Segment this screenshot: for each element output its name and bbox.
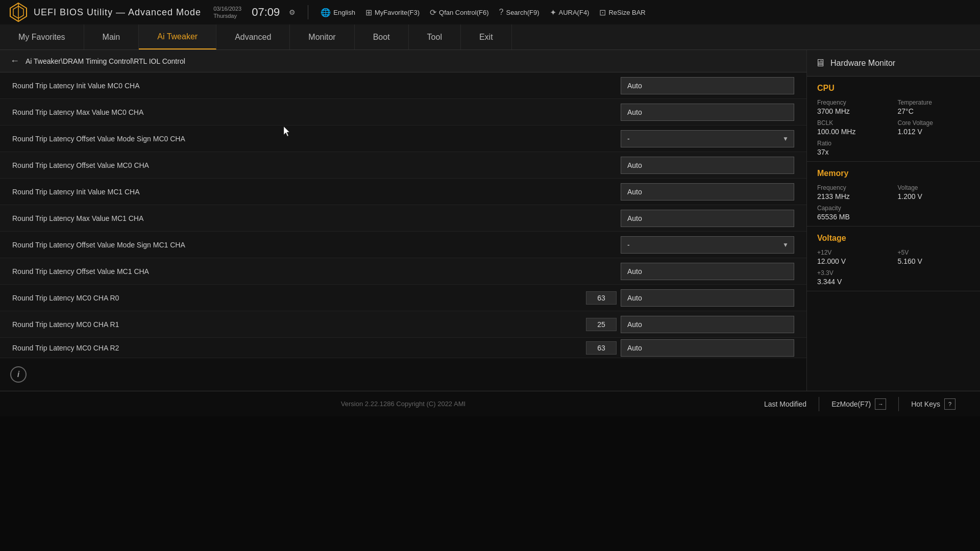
ezmode-icon: →: [875, 398, 886, 410]
cpu-frequency-label: Frequency: [817, 99, 890, 106]
setting-label: Round Trip Latency Init Value MC1 CHA: [12, 188, 621, 196]
content-area: ← Ai Tweaker\DRAM Timing Control\RTL IOL…: [0, 50, 806, 391]
memory-capacity-block: Capacity 65536 MB: [817, 205, 890, 221]
nav-tabs: My Favorites Main Ai Tweaker Advanced Mo…: [0, 24, 980, 50]
table-row[interactable]: Round Trip Latency Max Value MC0 CHA Aut…: [0, 99, 806, 126]
cpu-corevoltage-value: 1.012 V: [898, 128, 970, 136]
search-button[interactable]: ? Search(F9): [499, 8, 540, 17]
cpu-ratio-label: Ratio: [817, 140, 890, 147]
resizebar-button[interactable]: ⊡ ReSize BAR: [599, 8, 645, 17]
tab-exit[interactable]: Exit: [461, 24, 512, 49]
hotkeys-button[interactable]: Hot Keys ?: [899, 398, 968, 410]
setting-value-auto[interactable]: Auto: [621, 210, 794, 227]
setting-value-auto[interactable]: Auto: [621, 316, 794, 333]
setting-value-auto[interactable]: Auto: [621, 263, 794, 280]
setting-num-value[interactable]: 63: [586, 341, 617, 355]
myfavorite-label: MyFavorite(F3): [375, 9, 420, 16]
language-selector[interactable]: 🌐 English: [321, 8, 355, 17]
setting-label: Round Trip Latency MC0 CHA R1: [12, 320, 586, 329]
chevron-down-icon: ▼: [782, 241, 789, 248]
voltage-grid: +12V 12.000 V +5V 5.160 V +3.3V 3.344 V: [817, 249, 970, 286]
cpu-bclk-label: BCLK: [817, 119, 890, 127]
favorite-icon: ⊞: [365, 8, 372, 17]
setting-num-value[interactable]: 25: [586, 318, 617, 331]
cpu-grid: Frequency 3700 MHz Temperature 27°C BCLK…: [817, 99, 970, 156]
memory-frequency-block: Frequency 2133 MHz: [817, 184, 890, 201]
header: UEFI BIOS Utility — Advanced Mode 03/16/…: [0, 0, 980, 24]
myfavorite-button[interactable]: ⊞ MyFavorite(F3): [365, 8, 420, 17]
memory-voltage-value: 1.200 V: [898, 192, 970, 201]
v12-value: 12.000 V: [817, 257, 890, 265]
info-button[interactable]: i: [10, 366, 27, 383]
back-button[interactable]: ←: [10, 56, 19, 66]
date-display: 03/16/2023: [213, 5, 241, 12]
cpu-frequency-value: 3700 MHz: [817, 107, 890, 115]
qfan-button[interactable]: ⟳ Qfan Control(F6): [430, 8, 489, 17]
cpu-temperature-label: Temperature: [898, 99, 970, 106]
table-row[interactable]: Round Trip Latency Init Value MC1 CHA Au…: [0, 179, 806, 205]
setting-dropdown[interactable]: - ▼: [621, 236, 794, 254]
memory-frequency-label: Frequency: [817, 184, 890, 191]
setting-label: Round Trip Latency Max Value MC1 CHA: [12, 214, 621, 222]
setting-value-auto[interactable]: Auto: [621, 104, 794, 121]
cpu-section: CPU Frequency 3700 MHz Temperature 27°C …: [807, 77, 980, 162]
tab-advanced[interactable]: Advanced: [216, 24, 290, 49]
setting-value-auto[interactable]: Auto: [621, 183, 794, 201]
hw-monitor-header: 🖥 Hardware Monitor: [807, 50, 980, 77]
v5-block: +5V 5.160 V: [898, 249, 970, 265]
chevron-down-icon: ▼: [782, 135, 789, 142]
version-text: Version 2.22.1286 Copyright (C) 2022 AMI: [341, 400, 465, 408]
tab-monitor[interactable]: Monitor: [290, 24, 354, 49]
setting-label: Round Trip Latency Offset Value MC0 CHA: [12, 161, 621, 169]
setting-num-value[interactable]: 63: [586, 291, 617, 305]
table-row[interactable]: Round Trip Latency Offset Value Mode Sig…: [0, 126, 806, 152]
voltage-section-title: Voltage: [817, 234, 970, 243]
aura-label: AURA(F4): [559, 9, 590, 16]
info-section: i: [0, 358, 806, 391]
memory-section-title: Memory: [817, 169, 970, 178]
globe-icon: 🌐: [321, 8, 331, 17]
app-title: UEFI BIOS Utility — Advanced Mode: [34, 7, 201, 18]
language-label: English: [333, 9, 355, 16]
aura-icon: ✦: [550, 8, 556, 17]
resizebar-label: ReSize BAR: [608, 9, 645, 16]
tab-main[interactable]: Main: [84, 24, 139, 49]
search-icon: ?: [499, 8, 504, 17]
v33-value: 3.344 V: [817, 278, 890, 286]
tab-my-favorites[interactable]: My Favorites: [0, 24, 84, 49]
setting-dropdown[interactable]: - ▼: [621, 130, 794, 147]
table-row[interactable]: Round Trip Latency Offset Value Mode Sig…: [0, 232, 806, 258]
tab-tool[interactable]: Tool: [409, 24, 461, 49]
table-row[interactable]: Round Trip Latency MC0 CHA R2 63 Auto: [0, 338, 806, 358]
memory-voltage-block: Voltage 1.200 V: [898, 184, 970, 201]
tab-ai-tweaker[interactable]: Ai Tweaker: [139, 24, 216, 49]
cpu-section-title: CPU: [817, 84, 970, 93]
table-row[interactable]: Round Trip Latency MC0 CHA R0 63 Auto: [0, 285, 806, 311]
setting-label: Round Trip Latency Offset Value Mode Sig…: [12, 241, 621, 249]
cpu-ratio-block: Ratio 37x: [817, 140, 890, 156]
table-row[interactable]: Round Trip Latency Init Value MC0 CHA Au…: [0, 72, 806, 99]
setting-label: Round Trip Latency Offset Value MC1 CHA: [12, 267, 621, 276]
setting-value-auto[interactable]: Auto: [621, 77, 794, 94]
setting-value-auto[interactable]: Auto: [621, 157, 794, 174]
ezmode-button[interactable]: EzMode(F7) →: [819, 398, 898, 410]
version-bar: Version 2.22.1286 Copyright (C) 2022 AMI: [0, 391, 806, 416]
aura-button[interactable]: ✦ AURA(F4): [550, 8, 590, 17]
memory-section: Memory Frequency 2133 MHz Voltage 1.200 …: [807, 162, 980, 227]
table-row[interactable]: Round Trip Latency Offset Value MC0 CHA …: [0, 152, 806, 179]
tab-boot[interactable]: Boot: [355, 24, 409, 49]
breadcrumb: ← Ai Tweaker\DRAM Timing Control\RTL IOL…: [0, 50, 806, 72]
setting-value-auto[interactable]: Auto: [621, 339, 794, 357]
setting-value-auto[interactable]: Auto: [621, 289, 794, 307]
memory-capacity-label: Capacity: [817, 205, 890, 212]
logo-area: UEFI BIOS Utility — Advanced Mode: [8, 2, 201, 22]
table-row[interactable]: Round Trip Latency MC0 CHA R1 25 Auto: [0, 311, 806, 338]
memory-grid: Frequency 2133 MHz Voltage 1.200 V Capac…: [817, 184, 970, 221]
settings-icon[interactable]: ⚙: [289, 8, 296, 16]
sidebar-scroll: CPU Frequency 3700 MHz Temperature 27°C …: [807, 77, 980, 391]
table-row[interactable]: Round Trip Latency Offset Value MC1 CHA …: [0, 258, 806, 285]
day-display: Thursday: [213, 12, 241, 19]
breadcrumb-text: Ai Tweaker\DRAM Timing Control\RTL IOL C…: [26, 57, 185, 65]
time-display: 07:09: [252, 6, 280, 19]
table-row[interactable]: Round Trip Latency Max Value MC1 CHA Aut…: [0, 205, 806, 232]
